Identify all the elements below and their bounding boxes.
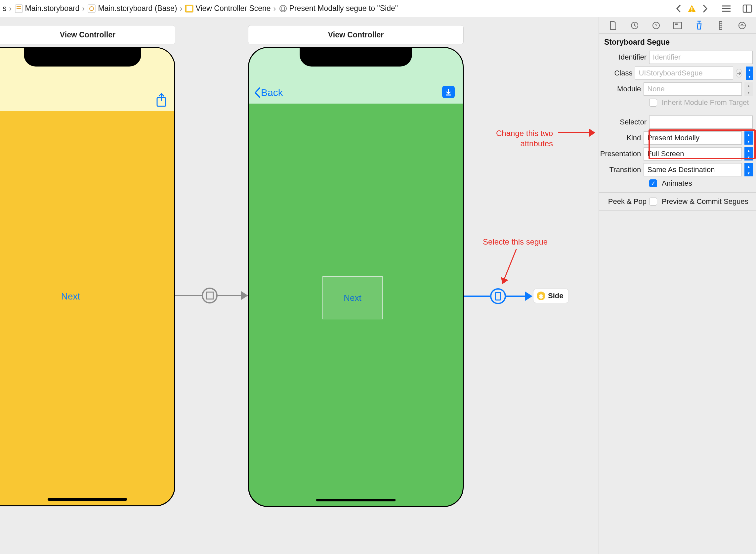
identity-inspector-tab[interactable] <box>671 19 684 32</box>
svg-rect-3 <box>88 5 95 13</box>
annotation-select-segue: Selecte this segue <box>483 237 548 247</box>
connections-inspector-tab[interactable] <box>736 19 749 32</box>
outline-toggle-button[interactable] <box>720 3 732 14</box>
transition-row: Transition ▲▼ <box>599 162 756 178</box>
module-select[interactable] <box>643 82 742 96</box>
class-jump-button[interactable]: ➜ <box>736 69 742 77</box>
attributes-inspector-tab[interactable] <box>693 19 706 32</box>
annotation-change-attrs: Change this two attributes <box>496 128 553 149</box>
svg-point-7 <box>280 5 287 12</box>
annotation-arrow <box>502 249 517 283</box>
transition-stepper[interactable]: ▲▼ <box>744 163 753 176</box>
crumb-label: Present Modally segue to "Side" <box>290 4 398 13</box>
inspector-section-title: Storyboard Segue <box>599 34 756 49</box>
animates-checkbox[interactable]: ✓ <box>649 179 657 187</box>
segue-connector-selected <box>464 295 490 297</box>
crumb-main-storyboard[interactable]: Main.storyboard <box>14 4 80 13</box>
phone-preview-2: Back Next <box>248 47 464 507</box>
segue-connector <box>175 295 202 296</box>
history-inspector-tab[interactable] <box>628 19 641 32</box>
svg-rect-6 <box>187 6 192 11</box>
segue-node-present[interactable] <box>202 288 217 303</box>
identifier-row: Identifier <box>599 49 756 65</box>
inherit-row: Inherit Module From Target <box>599 97 756 108</box>
viewcontroller-icon: ◉ <box>537 291 545 300</box>
presentation-stepper[interactable]: ▲▼ <box>744 147 753 161</box>
scene-header[interactable]: View Controller <box>248 25 464 44</box>
class-stepper[interactable]: ▲▼ <box>746 66 753 80</box>
svg-rect-24 <box>675 23 678 25</box>
phone-preview-1: Next <box>0 47 175 506</box>
selector-row: Selector <box>599 114 756 130</box>
kind-label: Kind <box>599 134 641 142</box>
segue-connector-selected <box>506 295 525 297</box>
class-label: Class <box>599 69 632 77</box>
size-inspector-tab[interactable] <box>714 19 727 32</box>
inherit-checkbox[interactable] <box>649 99 657 107</box>
inspector-tabs: ? <box>599 17 756 34</box>
nav-back-button[interactable] <box>673 3 685 14</box>
chevron-right-icon: › <box>178 4 184 13</box>
next-button[interactable]: Next <box>61 291 80 302</box>
present-modally-glyph <box>495 292 501 300</box>
crumb-truncated[interactable]: s <box>3 4 7 13</box>
selector-input[interactable] <box>649 115 753 129</box>
storyboard-canvas[interactable]: View Controller Next View Controller <box>0 17 598 554</box>
container-view[interactable]: Next <box>322 276 383 319</box>
preview-commit-checkbox[interactable] <box>649 198 657 206</box>
crumb-segue[interactable]: Present Modally segue to "Side" <box>279 4 398 13</box>
separator <box>599 192 756 192</box>
inspector-panel: ? Storyboard Segue Identifier Class ➜ ▲▼… <box>598 17 756 554</box>
class-input[interactable] <box>635 66 733 80</box>
back-button[interactable]: Back <box>254 87 283 98</box>
side-scene-badge[interactable]: ◉ Side <box>533 289 569 303</box>
storyboard-file-icon <box>14 4 23 13</box>
segue-connector <box>217 295 241 296</box>
scene-2[interactable]: View Controller Back Next <box>248 25 464 507</box>
segue-icon <box>279 4 288 13</box>
scene-icon <box>185 4 193 13</box>
identifier-input[interactable] <box>649 51 753 64</box>
animates-label: Animates <box>660 179 692 188</box>
file-inspector-tab[interactable] <box>607 19 620 32</box>
kind-stepper[interactable]: ▲▼ <box>744 131 753 145</box>
crumb-label: Main.storyboard (Base) <box>98 4 177 13</box>
arrowhead-icon <box>241 291 248 300</box>
inherit-label: Inherit Module From Target <box>660 98 749 107</box>
adjust-editor-button[interactable] <box>742 3 753 14</box>
crumb-scene[interactable]: View Controller Scene <box>185 4 270 13</box>
warning-icon[interactable] <box>686 3 698 14</box>
kind-row: Kind ▲▼ <box>599 130 756 146</box>
device-notch <box>24 47 141 66</box>
present-modally-glyph <box>206 291 214 299</box>
arrowhead-icon <box>525 291 532 301</box>
download-icon[interactable] <box>442 86 455 98</box>
svg-text:?: ? <box>655 23 657 28</box>
module-label: Module <box>599 85 641 93</box>
help-inspector-tab[interactable]: ? <box>649 19 663 32</box>
peekpop-row: Peek & Pop Preview & Commit Segues <box>599 196 756 207</box>
crumb-label: Main.storyboard <box>25 4 80 13</box>
svg-rect-1 <box>16 6 21 7</box>
chevron-right-icon: › <box>8 4 13 13</box>
home-indicator <box>48 498 127 501</box>
svg-rect-23 <box>674 22 682 29</box>
nav-forward-button[interactable] <box>699 3 711 14</box>
scene-1[interactable]: View Controller Next <box>0 25 175 506</box>
peekpop-label: Peek & Pop <box>599 197 646 206</box>
presentation-label: Presentation <box>599 150 641 158</box>
module-stepper[interactable]: ▲▼ <box>744 82 753 96</box>
kind-select[interactable] <box>643 131 742 145</box>
share-icon[interactable] <box>155 93 168 108</box>
crumb-main-storyboard-base[interactable]: Main.storyboard (Base) <box>87 4 177 13</box>
selector-label: Selector <box>599 118 646 126</box>
presentation-select[interactable] <box>643 147 742 161</box>
transition-select[interactable] <box>643 163 742 176</box>
scene-header[interactable]: View Controller <box>0 25 175 44</box>
svg-rect-8 <box>282 7 285 10</box>
segue-node-selected[interactable] <box>490 288 506 304</box>
back-label: Back <box>261 87 283 98</box>
animates-row: ✓ Animates <box>599 178 756 189</box>
preview-commit-label: Preview & Commit Segues <box>660 197 748 206</box>
home-indicator <box>316 499 395 501</box>
